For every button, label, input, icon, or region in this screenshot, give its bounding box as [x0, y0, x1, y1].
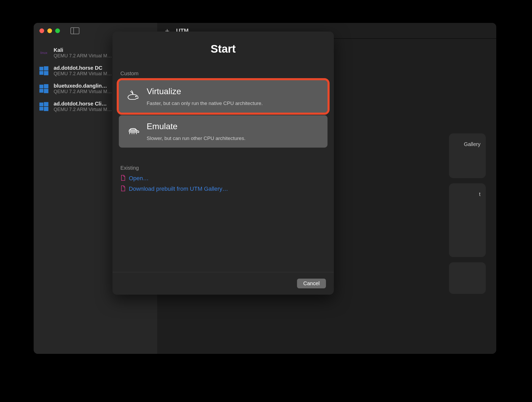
option-text: Virtualize Faster, but can only run the … — [147, 87, 321, 106]
svg-rect-8 — [39, 103, 43, 106]
close-window-button[interactable] — [39, 28, 44, 33]
option-description: Slower, but can run other CPU architectu… — [147, 135, 321, 141]
svg-rect-3 — [44, 71, 48, 75]
option-text: Emulate Slower, but can run other CPU ar… — [147, 122, 321, 141]
maximize-window-button[interactable] — [55, 28, 60, 33]
start-modal: Start Custom Virtualize Faster, but can … — [112, 32, 334, 295]
svg-rect-0 — [39, 67, 43, 71]
svg-rect-11 — [44, 107, 48, 111]
option-title: Emulate — [147, 122, 321, 131]
background-cards: Gallery t — [449, 133, 486, 299]
svg-point-12 — [136, 96, 136, 97]
traffic-lights — [39, 28, 60, 33]
existing-section-label: Existing — [120, 165, 334, 171]
svg-rect-7 — [44, 89, 48, 93]
svg-rect-4 — [39, 85, 43, 88]
document-icon — [120, 175, 126, 182]
linux-icon: linux — [38, 47, 49, 58]
document-icon — [120, 185, 126, 193]
modal-title: Start — [112, 43, 334, 55]
windows-icon — [38, 83, 49, 94]
existing-section: Existing Open… Download prebuilt from UT… — [120, 165, 334, 196]
open-link-row: Open… — [120, 175, 334, 182]
sidebar-toggle-icon[interactable] — [70, 27, 79, 34]
open-link[interactable]: Open… — [129, 175, 149, 182]
background-card — [449, 262, 486, 294]
option-description: Faster, but can only run the native CPU … — [147, 100, 321, 106]
turtle-icon — [126, 123, 140, 137]
emulate-option[interactable]: Emulate Slower, but can run other CPU ar… — [119, 115, 328, 148]
modal-footer: Cancel — [112, 272, 334, 295]
background-card: Gallery — [449, 133, 486, 178]
svg-rect-1 — [44, 66, 48, 71]
svg-rect-6 — [39, 89, 43, 93]
download-link-row: Download prebuilt from UTM Gallery… — [120, 185, 334, 193]
svg-rect-9 — [44, 102, 48, 106]
existing-links: Open… Download prebuilt from UTM Gallery… — [120, 175, 334, 193]
svg-rect-2 — [39, 71, 43, 75]
download-gallery-link[interactable]: Download prebuilt from UTM Gallery… — [129, 185, 228, 192]
svg-rect-5 — [44, 84, 48, 88]
windows-icon — [38, 101, 49, 112]
virtualize-option[interactable]: Virtualize Faster, but can only run the … — [119, 80, 328, 113]
minimize-window-button[interactable] — [47, 28, 52, 33]
background-card: t — [449, 183, 486, 257]
svg-rect-10 — [39, 107, 43, 110]
windows-icon — [38, 65, 49, 76]
custom-section-label: Custom — [120, 71, 334, 77]
rabbit-icon — [126, 88, 140, 102]
cancel-button[interactable]: Cancel — [297, 279, 326, 288]
option-title: Virtualize — [147, 87, 321, 96]
